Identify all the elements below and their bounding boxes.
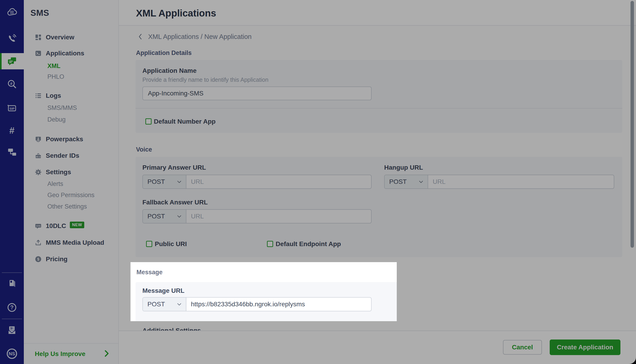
message-url-label: Message URL xyxy=(142,287,184,294)
message-panel: Message URL POST xyxy=(136,282,397,321)
plivo-console-screen: # SIP # ? $= NS SMS Overview xyxy=(0,0,636,364)
section-heading-message: Message xyxy=(136,269,162,276)
message-url-input[interactable] xyxy=(186,298,371,311)
chevron-down-icon xyxy=(177,303,181,306)
message-method-select[interactable]: POST xyxy=(143,298,186,311)
message-url-field: POST xyxy=(142,297,372,311)
message-section-spotlight: Message Message URL POST xyxy=(130,262,397,321)
window-corner xyxy=(629,357,636,364)
